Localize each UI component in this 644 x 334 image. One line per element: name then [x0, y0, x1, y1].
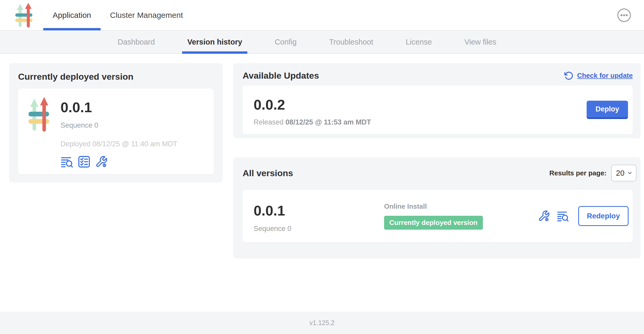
currently-deployed-title: Currently deployed version	[18, 72, 214, 82]
tab-view-files[interactable]: View files	[459, 30, 501, 53]
released-date: 08/12/25 @ 11:53 am MDT	[286, 118, 371, 126]
view-logs-button[interactable]	[61, 155, 73, 168]
tab-cluster-management-label: Cluster Management	[110, 11, 183, 20]
overflow-menu-button[interactable]	[617, 8, 631, 23]
chevron-down-icon	[627, 170, 633, 176]
app-icon	[28, 97, 50, 132]
install-type-label: Online Install	[384, 202, 538, 211]
released-prefix: Released	[254, 118, 283, 126]
results-per-page-value: 20	[616, 169, 624, 177]
version-row: 0.0.1 Sequence 0 Online Install Currentl…	[243, 190, 633, 242]
deploy-button[interactable]: Deploy	[587, 101, 628, 119]
check-for-update-link[interactable]: Check for update	[564, 71, 633, 80]
tab-license[interactable]: License	[400, 30, 437, 53]
top-navbar: Application Cluster Management	[0, 0, 644, 30]
update-released-timestamp: Released 08/12/25 @ 11:53 am MDT	[254, 118, 371, 126]
tab-troubleshoot[interactable]: Troubleshoot	[324, 30, 378, 53]
available-updates-card: Available Updates Check for update 0.0.2…	[233, 63, 641, 138]
edit-config-icon	[95, 155, 108, 168]
check-for-update-label: Check for update	[577, 72, 633, 80]
edit-config-button[interactable]	[95, 155, 108, 168]
deployed-version-panel: 0.0.1 Sequence 0 Deployed 08/12/25 @ 11:…	[18, 89, 214, 174]
deployed-version-number: 0.0.1	[61, 100, 177, 115]
deployed-version-actions	[61, 155, 177, 168]
all-versions-card: All versions Results per page: 20 0.0.1 …	[233, 157, 641, 258]
tab-application[interactable]: Application	[43, 0, 101, 30]
tab-version-history[interactable]: Version history	[182, 30, 248, 53]
available-updates-title: Available Updates	[243, 71, 319, 81]
tab-view-files-label: View files	[464, 38, 496, 46]
tab-cluster-management[interactable]: Cluster Management	[101, 0, 192, 30]
main-content: Currently deployed version 0.0.1 Sequenc…	[0, 54, 644, 312]
view-logs-icon	[557, 210, 569, 222]
all-versions-title: All versions	[243, 168, 293, 178]
tab-config[interactable]: Config	[269, 30, 302, 53]
page-footer: v1.125.2	[0, 312, 644, 334]
tab-config-label: Config	[275, 38, 297, 46]
results-per-page-select[interactable]: 20	[611, 165, 636, 181]
tab-dashboard-label: Dashboard	[118, 38, 155, 46]
version-row-actions: Redeploy	[538, 206, 629, 226]
tab-troubleshoot-label: Troubleshoot	[329, 38, 373, 46]
deployed-sequence-label: Sequence 0	[61, 121, 177, 130]
app-subnav: Dashboard Version history Config Trouble…	[0, 30, 644, 54]
deployed-timestamp: Deployed 08/12/25 @ 11:40 am MDT	[61, 140, 177, 148]
refresh-icon	[564, 71, 574, 80]
redeploy-button[interactable]: Redeploy	[578, 206, 629, 226]
circled-ellipsis-icon	[617, 8, 631, 23]
preflight-checks-icon	[78, 155, 90, 168]
currently-deployed-badge: Currently deployed version	[384, 216, 483, 230]
row-version-number: 0.0.1	[254, 203, 384, 218]
tab-application-label: Application	[53, 11, 91, 20]
row-edit-config-button[interactable]	[538, 210, 550, 222]
edit-config-icon	[538, 210, 550, 222]
console-version-label: v1.125.2	[309, 319, 335, 327]
results-per-page-label: Results per page:	[549, 169, 607, 177]
tab-license-label: License	[406, 38, 432, 46]
row-view-logs-button[interactable]	[557, 210, 569, 222]
update-row: 0.0.2 Released 08/12/25 @ 11:53 am MDT D…	[243, 85, 633, 134]
view-logs-icon	[61, 155, 73, 168]
row-sequence-label: Sequence 0	[254, 225, 384, 233]
tab-dashboard[interactable]: Dashboard	[112, 30, 160, 53]
currently-deployed-card: Currently deployed version 0.0.1 Sequenc…	[9, 63, 223, 182]
preflight-checks-button[interactable]	[78, 155, 90, 168]
top-tabs: Application Cluster Management	[43, 0, 192, 30]
update-version-number: 0.0.2	[254, 97, 371, 112]
app-logo-icon	[15, 3, 33, 28]
tab-version-history-label: Version history	[187, 38, 242, 46]
